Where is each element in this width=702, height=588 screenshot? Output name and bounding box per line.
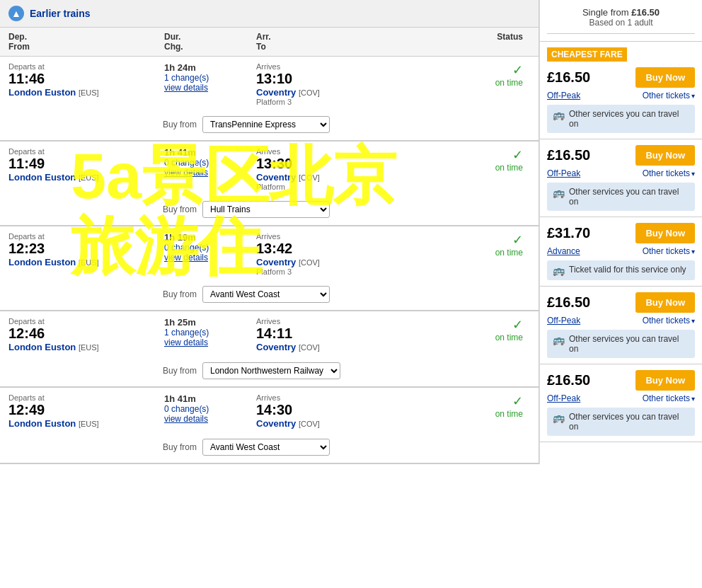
services-info-0: 🚌 Other services you can travel on (547, 105, 695, 133)
other-tickets-0[interactable]: Other tickets ▾ (643, 91, 695, 100)
fare-price-4: £16.50 (547, 372, 590, 388)
duration-col-1: 1h 41m 0 change(s) view details (164, 147, 256, 178)
services-note-2: Ticket valid for this service only (569, 265, 686, 275)
arr-label-3: Arrives (256, 317, 412, 325)
status-check-1: ✓ (412, 147, 523, 163)
status-col-4: ✓ on time (412, 393, 530, 419)
dur-time-3: 1h 25m (164, 317, 256, 328)
services-note-3: Other services you can travel on (569, 334, 689, 354)
status-col-2: ✓ on time (412, 232, 530, 258)
sidebar-header-price: £16.50 (631, 7, 660, 18)
page-wrapper: ▲ Earlier trains Dep.From Dur.Chg. Arr.T… (0, 0, 702, 464)
view-details-link-4[interactable]: view details (164, 414, 256, 424)
arr-time-3: 14:11 (256, 325, 412, 342)
earlier-trains-icon: ▲ (8, 6, 24, 21)
buy-now-button-0[interactable]: Buy Now (635, 67, 695, 88)
arrival-col-3: Arrives 14:11 Coventry [COV] (256, 317, 412, 352)
dur-time-2: 1h 19m (164, 232, 256, 243)
status-col-3: ✓ on time (412, 317, 530, 342)
price-row-3: £16.50 Buy Now (547, 292, 695, 313)
status-check-3: ✓ (412, 317, 523, 333)
bus-icon-4: 🚌 (553, 412, 565, 423)
buy-now-button-1[interactable]: Buy Now (635, 145, 695, 166)
duration-col-4: 1h 41m 0 change(s) view details (164, 393, 256, 424)
train-row: Departs at 12:46 London Euston [EUS] 1h … (0, 311, 539, 388)
cheapest-label: CHEAPEST FARE (547, 47, 627, 62)
arr-station-2: Coventry [COV] (256, 257, 412, 267)
sidebar-single-from-label: Single from £16.50 (547, 7, 695, 18)
price-row-4: £16.50 Buy Now (547, 370, 695, 391)
other-tickets-4[interactable]: Other tickets ▾ (643, 393, 695, 403)
status-col-0: ✓ on time (412, 62, 530, 88)
services-info-3: 🚌 Other services you can travel on (547, 330, 695, 358)
buy-from-row-0: Buy from TransPennine ExpressAvanti West… (0, 112, 539, 140)
status-text-3: on time (412, 333, 523, 342)
dep-label-1: Departs at (8, 147, 164, 156)
arr-station-0: Coventry [COV] (256, 87, 412, 98)
dep-station-4: London Euston [EUS] (8, 418, 164, 429)
train-main-3: Departs at 12:46 London Euston [EUS] 1h … (0, 311, 539, 358)
fare-price-2: £31.70 (547, 225, 590, 241)
other-tickets-2[interactable]: Other tickets ▾ (643, 246, 695, 256)
services-info-1: 🚌 Other services you can travel on (547, 183, 695, 211)
buy-from-select-4[interactable]: Avanti West Coast (202, 439, 330, 456)
col-dur: Dur.Chg. (164, 32, 256, 52)
view-details-link-2[interactable]: view details (164, 253, 256, 263)
bus-icon-1: 🚌 (553, 187, 565, 198)
fare-price-1: £16.50 (547, 147, 590, 163)
dur-time-4: 1h 41m (164, 393, 256, 404)
services-note-0: Other services you can travel on (569, 109, 689, 129)
fare-price-3: £16.50 (547, 294, 590, 311)
arr-label-4: Arrives (256, 393, 412, 402)
status-text-2: on time (412, 248, 523, 258)
arr-time-1: 13:30 (256, 156, 412, 172)
view-details-link-0[interactable]: view details (164, 83, 256, 93)
sidebar-section-3: £16.50 Buy Now Off-Peak Other tickets ▾ … (540, 287, 702, 364)
buy-now-button-4[interactable]: Buy Now (635, 370, 695, 391)
fare-type-3[interactable]: Off-Peak (547, 316, 580, 325)
dur-changes-3: 1 change(s) (164, 328, 256, 338)
view-details-link-3[interactable]: view details (164, 338, 256, 347)
view-details-link-1[interactable]: view details (164, 168, 256, 178)
status-check-2: ✓ (412, 232, 523, 248)
dep-label-0: Departs at (8, 62, 164, 71)
buy-now-button-3[interactable]: Buy Now (635, 292, 695, 313)
buy-now-button-2[interactable]: Buy Now (635, 223, 695, 243)
earlier-bar[interactable]: ▲ Earlier trains (0, 0, 539, 28)
buy-from-select-0[interactable]: TransPennine ExpressAvanti West CoastHul… (202, 116, 330, 133)
fare-type-0[interactable]: Off-Peak (547, 91, 580, 100)
other-tickets-1[interactable]: Other tickets ▾ (643, 168, 695, 178)
arrival-col-2: Arrives 13:42 Coventry [COV] Platform 3 (256, 232, 412, 276)
buy-from-row-2: Buy from Avanti West CoastTransPennine E… (0, 282, 539, 310)
duration-col-2: 1h 19m 0 change(s) view details (164, 232, 256, 263)
dur-changes-0: 1 change(s) (164, 73, 256, 83)
fare-type-2[interactable]: Advance (547, 246, 580, 256)
buy-from-select-1[interactable]: Hull TrainsAvanti West Coast (202, 201, 330, 218)
arr-platform-0: Platform 3 (256, 98, 412, 106)
status-text-0: on time (412, 78, 523, 88)
other-tickets-3[interactable]: Other tickets ▾ (643, 316, 695, 325)
sidebar-section-0: CHEAPEST FARE £16.50 Buy Now Off-Peak Ot… (540, 42, 702, 139)
train-main-2: Departs at 12:23 London Euston [EUS] 1h … (0, 226, 539, 282)
dep-time-0: 11:46 (8, 71, 164, 87)
fare-type-row-2: Advance Other tickets ▾ (547, 246, 695, 256)
price-row-0: £16.50 Buy Now (547, 67, 695, 88)
fare-type-1[interactable]: Off-Peak (547, 168, 580, 178)
buy-from-select-2[interactable]: Avanti West CoastTransPennine Express (202, 286, 330, 303)
dep-station-0: London Euston [EUS] (8, 87, 164, 98)
status-text-1: on time (412, 163, 523, 173)
other-tickets-chevron-0: ▾ (691, 92, 695, 100)
status-check-0: ✓ (412, 62, 523, 78)
sidebar: Single from £16.50 Based on 1 adult CHEA… (539, 0, 702, 464)
buy-from-select-3[interactable]: London Northwestern RailwayAvanti West C… (202, 362, 340, 379)
services-info-2: 🚌 Ticket valid for this service only (547, 260, 695, 280)
bus-icon-2: 🚌 (553, 265, 565, 276)
price-row-2: £31.70 Buy Now (547, 223, 695, 243)
fare-type-row-0: Off-Peak Other tickets ▾ (547, 91, 695, 100)
train-row: Departs at 12:49 London Euston [EUS] 1h … (0, 388, 539, 464)
dep-time-4: 12:49 (8, 402, 164, 418)
fare-type-4[interactable]: Off-Peak (547, 393, 580, 403)
main-content: ▲ Earlier trains Dep.From Dur.Chg. Arr.T… (0, 0, 539, 464)
dur-time-1: 1h 41m (164, 147, 256, 158)
bus-icon-3: 🚌 (553, 334, 565, 345)
